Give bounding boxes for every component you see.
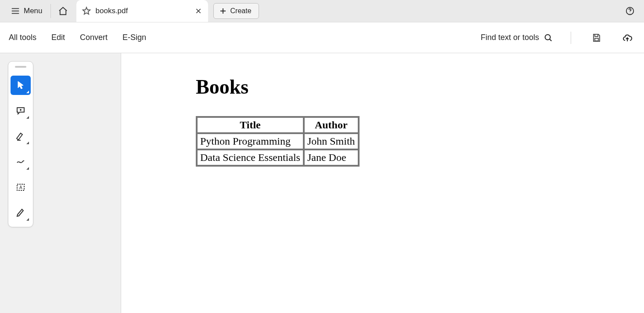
toolbar-all-tools[interactable]: All tools	[9, 33, 36, 42]
tool-draw[interactable]	[11, 152, 31, 171]
cloud-upload-icon	[622, 33, 633, 43]
menu-label: Menu	[24, 7, 43, 15]
document-heading: Books	[196, 75, 644, 98]
toolbar-convert[interactable]: Convert	[80, 33, 108, 42]
cell-title: Data Science Essentials	[197, 149, 304, 166]
home-icon	[58, 6, 68, 16]
toolbar-edit[interactable]: Edit	[51, 33, 65, 42]
tool-palette: A	[8, 61, 33, 227]
plus-icon	[219, 7, 227, 15]
toolbar: All tools Edit Convert E-Sign Find text …	[0, 22, 644, 53]
close-icon[interactable]	[195, 7, 202, 15]
search-icon	[543, 33, 553, 43]
text-select-icon: A	[15, 182, 26, 193]
palette-grip[interactable]	[15, 66, 26, 68]
svg-point-10	[545, 34, 550, 40]
tool-text-select[interactable]: A	[11, 178, 31, 197]
titlebar: Menu books.pdf Create	[0, 0, 644, 22]
svg-point-9	[630, 13, 630, 13]
pen-icon	[15, 207, 26, 218]
document-tab[interactable]: books.pdf	[76, 0, 208, 22]
books-table: Title Author Python Programming John Smi…	[196, 116, 360, 167]
home-button[interactable]	[54, 2, 72, 20]
col-title: Title	[197, 117, 304, 133]
content-area: A Books Title Author	[0, 53, 644, 313]
help-button[interactable]	[622, 3, 638, 19]
svg-line-11	[550, 39, 551, 40]
highlighter-icon	[15, 131, 26, 142]
tool-select[interactable]	[11, 76, 31, 95]
find-button[interactable]: Find text or tools	[481, 33, 553, 43]
col-author: Author	[304, 117, 359, 133]
tool-comment[interactable]	[11, 101, 31, 120]
save-icon	[591, 33, 602, 43]
cell-author: John Smith	[304, 133, 359, 149]
comment-icon	[15, 106, 26, 116]
tool-highlight[interactable]	[11, 127, 31, 146]
table-header-row: Title Author	[197, 117, 359, 133]
tool-sign[interactable]	[11, 203, 31, 222]
document-content: Books Title Author Python Programming Jo…	[196, 75, 644, 167]
create-button[interactable]: Create	[213, 3, 259, 19]
create-label: Create	[230, 7, 252, 15]
divider	[50, 4, 51, 18]
table-row: Python Programming John Smith	[197, 133, 359, 149]
cell-title: Python Programming	[197, 133, 304, 149]
cursor-icon	[15, 80, 26, 91]
toolbar-esign[interactable]: E-Sign	[122, 33, 146, 42]
svg-rect-12	[595, 38, 598, 41]
cell-author: Jane Doe	[304, 149, 359, 166]
save-button[interactable]	[589, 30, 604, 46]
document-view[interactable]: Books Title Author Python Programming Jo…	[121, 53, 644, 313]
star-icon[interactable]	[82, 6, 91, 16]
divider	[571, 32, 571, 44]
table-row: Data Science Essentials Jane Doe	[197, 149, 359, 166]
cloud-upload-button[interactable]	[619, 30, 635, 46]
svg-text:A: A	[19, 185, 22, 190]
draw-icon	[15, 156, 26, 167]
left-pane: A	[0, 53, 121, 313]
help-icon	[625, 6, 635, 16]
find-label: Find text or tools	[481, 33, 539, 42]
tab-title: books.pdf	[96, 7, 191, 15]
hamburger-icon	[11, 6, 20, 16]
svg-marker-3	[83, 7, 90, 15]
menu-button[interactable]: Menu	[6, 4, 47, 18]
